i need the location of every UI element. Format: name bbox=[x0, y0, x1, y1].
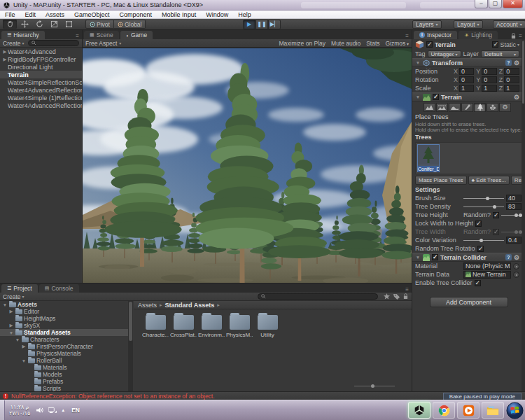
transform-row-label[interactable]: Rotation bbox=[415, 76, 451, 83]
place-trees-tool[interactable] bbox=[474, 103, 486, 112]
foldout-arrow-icon[interactable]: ▼ bbox=[415, 60, 421, 65]
terrain-data-object-field[interactable]: New Terrain bbox=[463, 271, 511, 279]
hierarchy-item[interactable]: ▶Water4Advanced bbox=[0, 48, 82, 55]
menu-component[interactable]: Component bbox=[115, 10, 158, 18]
tree-density-slider[interactable] bbox=[463, 204, 504, 210]
color-variation-slider[interactable] bbox=[463, 237, 504, 244]
transform-x-field[interactable]: 1 bbox=[459, 85, 474, 92]
asset-folder[interactable]: CrossPlat... bbox=[170, 315, 197, 338]
layer-dropdown[interactable]: Default▾ bbox=[481, 50, 519, 57]
help-icon[interactable]: ? bbox=[505, 59, 512, 66]
terrain-component-header[interactable]: ▼ Terrain ⚙ bbox=[412, 92, 525, 102]
lock-width-checkbox[interactable] bbox=[475, 220, 482, 227]
transform-row-label[interactable]: Scale bbox=[415, 85, 451, 92]
foldout-arrow-icon[interactable]: ▼ bbox=[21, 358, 27, 363]
panel-menu-icon[interactable]: ≡ bbox=[519, 33, 522, 39]
project-tree-item[interactable]: ▼Characters bbox=[0, 336, 132, 343]
taskbar-mediaplayer-app[interactable] bbox=[457, 402, 479, 419]
asset-folder[interactable]: PhysicsM... bbox=[226, 315, 253, 338]
lock-icon[interactable] bbox=[403, 293, 408, 300]
static-dropdown-icon[interactable]: ▾ bbox=[517, 42, 519, 47]
hierarchy-item[interactable]: Water4SimpleReflectionSceneCa bbox=[0, 78, 82, 86]
project-tree-item[interactable]: ▶Editor bbox=[0, 308, 132, 315]
gameobject-active-checkbox[interactable] bbox=[426, 41, 433, 48]
tab-inspector[interactable]: iInspector bbox=[414, 31, 457, 39]
asset-store-search-icon[interactable] bbox=[384, 293, 390, 300]
rect-tool-button[interactable] bbox=[62, 20, 76, 29]
panel-menu-icon[interactable]: ≡ bbox=[76, 33, 79, 39]
foldout-arrow-icon[interactable]: ▼ bbox=[415, 255, 421, 260]
object-picker-icon[interactable] bbox=[513, 272, 519, 278]
tree-height-range-slider[interactable] bbox=[501, 212, 522, 218]
smooth-height-tool[interactable] bbox=[449, 103, 461, 112]
taskbar-explorer-app[interactable] bbox=[482, 402, 504, 419]
taskbar-chrome-app[interactable] bbox=[433, 402, 455, 419]
project-search-input[interactable] bbox=[258, 293, 378, 300]
random-rotation-checkbox[interactable] bbox=[477, 246, 484, 252]
raise-lower-terrain-tool[interactable] bbox=[424, 103, 435, 112]
foldout-arrow-icon[interactable]: ▶ bbox=[2, 57, 8, 62]
panel-menu-icon[interactable]: ≡ bbox=[405, 286, 409, 293]
label-filter-icon[interactable] bbox=[393, 293, 400, 300]
lock-icon[interactable] bbox=[511, 33, 516, 39]
gear-icon[interactable]: ⚙ bbox=[514, 254, 519, 261]
tree-asset-thumbnail[interactable]: Conifer_Deskt bbox=[417, 144, 440, 172]
help-icon[interactable]: ? bbox=[505, 254, 512, 260]
layers-dropdown[interactable]: Layers▾ bbox=[412, 20, 442, 29]
menu-gameobject[interactable]: GameObject bbox=[69, 10, 115, 18]
rotate-tool-button[interactable] bbox=[32, 20, 46, 29]
menu-mobile-input[interactable]: Mobile Input bbox=[157, 10, 201, 18]
game-toggle-maximize-on-play[interactable]: Maximize on Play bbox=[279, 40, 326, 47]
breadcrumb-current[interactable]: Standard Assets bbox=[165, 302, 215, 309]
asset-folder[interactable]: Characte... bbox=[142, 315, 169, 338]
project-tree-item[interactable]: ▼Standard Assets bbox=[0, 329, 132, 336]
tab-console[interactable]: ▤Console bbox=[39, 284, 79, 293]
terrain-collider-header[interactable]: ▼ Terrain Collider ?⚙ bbox=[412, 253, 525, 262]
foldout-arrow-icon[interactable]: ▶ bbox=[2, 49, 8, 55]
volume-icon[interactable] bbox=[36, 407, 44, 414]
play-button[interactable]: ▶ bbox=[243, 20, 255, 29]
asset-folder[interactable]: Environm... bbox=[198, 315, 225, 338]
show-desktop-button[interactable] bbox=[0, 400, 5, 420]
hierarchy-create-button[interactable]: Create▾ bbox=[3, 40, 24, 47]
brush-size-slider[interactable] bbox=[463, 195, 504, 202]
transform-z-field[interactable]: 0 bbox=[504, 68, 519, 75]
hierarchy-item[interactable]: Water4AdvancedReflectionMainC bbox=[0, 102, 82, 109]
move-tool-button[interactable] bbox=[18, 20, 31, 29]
project-tree-item[interactable]: Prefabs bbox=[0, 378, 132, 385]
transform-y-field[interactable]: 1 bbox=[482, 85, 496, 92]
transform-y-field[interactable]: 0 bbox=[482, 76, 496, 83]
layout-dropdown[interactable]: Layout▾ bbox=[454, 20, 483, 29]
menu-file[interactable]: File bbox=[0, 10, 20, 18]
asset-zoom-slider[interactable] bbox=[354, 384, 395, 389]
aspect-dropdown[interactable]: Free Aspect▾ bbox=[85, 40, 121, 47]
tree-density-field[interactable]: 83 bbox=[506, 203, 522, 210]
project-tree-item[interactable]: HeightMaps bbox=[0, 315, 132, 322]
hierarchy-item[interactable]: Water4Simple (1)ReflectionScen bbox=[0, 94, 82, 102]
hidden-icons-chevron[interactable]: ▲ bbox=[61, 408, 65, 412]
step-button[interactable]: ▶▏ bbox=[268, 20, 281, 29]
tree-height-random-checkbox[interactable] bbox=[493, 212, 499, 218]
tab-game[interactable]: ◗Game bbox=[120, 31, 153, 39]
menu-window[interactable]: Window bbox=[201, 10, 233, 18]
project-tree-item[interactable]: ▼Assets bbox=[0, 301, 132, 308]
pivot-toggle-button[interactable]: Pivot bbox=[85, 20, 114, 29]
transform-y-field[interactable]: 0 bbox=[482, 68, 496, 75]
tab-lighting[interactable]: ☀Lighting bbox=[458, 31, 498, 39]
brush-size-field[interactable]: 40 bbox=[506, 195, 522, 202]
foldout-arrow-icon[interactable]: ▼ bbox=[415, 94, 421, 99]
start-button[interactable] bbox=[506, 402, 524, 419]
account-dropdown[interactable]: Account▾ bbox=[493, 20, 525, 29]
foldout-arrow-icon[interactable]: ▼ bbox=[8, 330, 14, 335]
material-object-field[interactable]: None (Physic Materi bbox=[463, 262, 511, 270]
foldout-arrow-icon[interactable]: ▶ bbox=[8, 323, 14, 328]
foldout-arrow-icon[interactable]: ▼ bbox=[2, 302, 8, 307]
terrain-enabled-checkbox[interactable] bbox=[433, 94, 439, 100]
project-create-button[interactable]: Create▾ bbox=[3, 293, 24, 300]
console-error-text[interactable]: NullReferenceException: Object reference… bbox=[11, 393, 215, 400]
transform-component-header[interactable]: ▼ Transform ?⚙ bbox=[412, 58, 525, 67]
mass-place-trees-button[interactable]: Mass Place Trees bbox=[415, 176, 467, 185]
gear-icon[interactable]: ⚙ bbox=[514, 59, 519, 66]
transform-z-field[interactable]: 0 bbox=[504, 76, 519, 83]
edit-trees-button[interactable]: ♣Edit Trees... bbox=[468, 176, 510, 185]
